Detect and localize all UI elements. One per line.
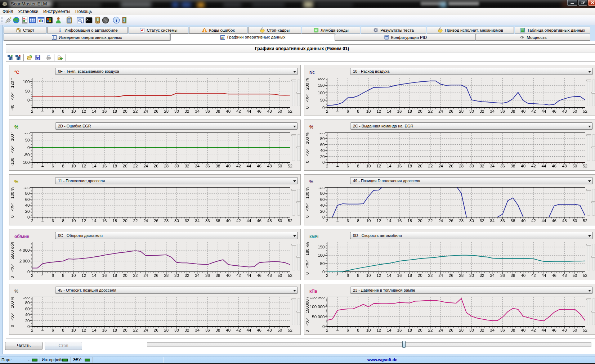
svg-text:32: 32 [185, 109, 189, 113]
svg-text:48: 48 [562, 109, 567, 113]
svg-text:52: 52 [583, 109, 587, 113]
svg-text:44: 44 [542, 273, 546, 278]
svg-text:0: 0 [322, 160, 325, 165]
svg-text:30: 30 [174, 219, 179, 223]
svg-text:8: 8 [357, 328, 359, 332]
svg-text:4: 4 [41, 219, 44, 223]
svg-text:200: 200 [318, 76, 325, 80]
svg-text:32: 32 [480, 109, 484, 113]
svg-text:28: 28 [459, 328, 464, 332]
svg-text:16: 16 [102, 219, 107, 223]
svg-text:22: 22 [428, 328, 433, 332]
svg-text:6: 6 [52, 164, 54, 168]
svg-text:22: 22 [133, 328, 138, 332]
svg-text:100: 100 [318, 253, 325, 257]
svg-text:52: 52 [583, 328, 587, 332]
svg-text:12: 12 [81, 328, 86, 332]
svg-text:44: 44 [247, 109, 251, 113]
svg-text:26: 26 [154, 273, 158, 278]
svg-text:42: 42 [236, 219, 241, 223]
svg-text:12: 12 [376, 328, 381, 332]
svg-text:28: 28 [164, 109, 169, 113]
svg-text:44: 44 [247, 219, 251, 223]
svg-text:4: 4 [41, 328, 44, 332]
svg-text:42: 42 [531, 328, 536, 332]
svg-text:32: 32 [185, 328, 189, 332]
svg-text:52: 52 [583, 164, 587, 168]
svg-text:10: 10 [366, 164, 371, 168]
svg-text:46: 46 [257, 273, 261, 278]
svg-text:16: 16 [102, 273, 107, 278]
svg-text:16: 16 [397, 109, 402, 113]
svg-text:20: 20 [123, 273, 128, 278]
svg-text:0: 0 [27, 145, 30, 150]
svg-text:50: 50 [25, 138, 30, 142]
svg-text:24: 24 [143, 328, 148, 332]
svg-text:48: 48 [562, 219, 567, 223]
svg-text:20: 20 [418, 328, 422, 332]
svg-text:42: 42 [236, 273, 241, 278]
svg-text:14: 14 [387, 328, 392, 332]
svg-text:0: 0 [27, 270, 30, 274]
svg-text:32: 32 [185, 219, 189, 223]
svg-text:24: 24 [438, 273, 443, 278]
svg-text:46: 46 [257, 328, 261, 332]
svg-text:36: 36 [205, 164, 210, 168]
svg-text:0 <X< 100 %: 0 <X< 100 % [305, 132, 309, 163]
svg-text:48: 48 [562, 273, 567, 278]
svg-text:28: 28 [164, 328, 169, 332]
svg-text:46: 46 [552, 273, 556, 278]
svg-text:22: 22 [133, 109, 138, 113]
svg-text:150: 150 [318, 245, 325, 249]
svg-text:24: 24 [438, 328, 443, 332]
svg-text:20: 20 [320, 154, 325, 159]
svg-text:22: 22 [428, 109, 433, 113]
svg-text:48: 48 [267, 219, 272, 223]
svg-text:0: 0 [322, 215, 325, 219]
svg-text:26: 26 [154, 328, 158, 332]
svg-text:14: 14 [92, 109, 97, 113]
svg-text:50 000: 50 000 [312, 315, 325, 319]
svg-text:46: 46 [257, 164, 261, 168]
svg-text:38: 38 [216, 273, 220, 278]
svg-text:12: 12 [376, 109, 381, 113]
svg-text:42: 42 [236, 164, 241, 168]
svg-text:24: 24 [143, 273, 148, 278]
svg-text:8: 8 [62, 164, 64, 168]
svg-text:34: 34 [490, 109, 495, 113]
svg-text:14: 14 [387, 109, 392, 113]
svg-text:4: 4 [336, 328, 339, 332]
svg-text:36: 36 [500, 219, 505, 223]
svg-text:44: 44 [247, 328, 251, 332]
svg-text:52: 52 [583, 273, 587, 278]
svg-text:40: 40 [226, 164, 231, 168]
svg-text:4: 4 [336, 109, 339, 113]
svg-text:22: 22 [133, 164, 138, 168]
svg-text:100: 100 [318, 185, 325, 190]
svg-text:18: 18 [112, 219, 117, 223]
svg-text:32: 32 [480, 164, 484, 168]
svg-text:18: 18 [112, 109, 117, 113]
svg-text:12: 12 [81, 164, 86, 168]
svg-text:4: 4 [336, 273, 339, 278]
svg-text:4: 4 [41, 109, 44, 113]
svg-text:0 <X< 100 %: 0 <X< 100 % [10, 187, 14, 218]
svg-text:52: 52 [288, 328, 292, 332]
svg-text:10: 10 [366, 328, 371, 332]
svg-text:32: 32 [480, 219, 484, 223]
svg-text:38: 38 [216, 164, 220, 168]
svg-text:16: 16 [397, 219, 402, 223]
svg-text:36: 36 [205, 109, 210, 113]
svg-text:50: 50 [277, 164, 282, 168]
svg-text:80: 80 [25, 301, 30, 305]
svg-text:30: 30 [469, 164, 474, 168]
svg-text:36: 36 [500, 328, 505, 332]
svg-text:36: 36 [205, 219, 210, 223]
svg-text:24: 24 [143, 219, 148, 223]
svg-text:20: 20 [123, 109, 128, 113]
svg-text:2: 2 [31, 109, 33, 113]
svg-text:16: 16 [102, 164, 107, 168]
svg-text:0 <X< 100 %: 0 <X< 100 % [10, 296, 14, 327]
svg-text:36: 36 [500, 109, 505, 113]
svg-text:42: 42 [531, 164, 536, 168]
